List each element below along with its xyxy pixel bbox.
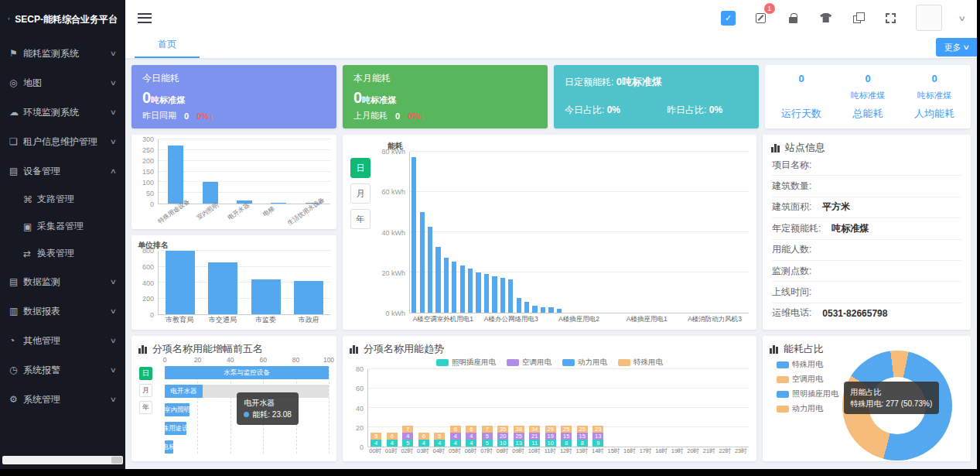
stacked-bar[interactable]: 102035 [497,426,508,447]
sidebar-item-system-alarm[interactable]: ◷系统报警∨ [0,355,125,385]
bar-segment[interactable]: 15 [561,433,572,440]
hamburger-menu-icon[interactable] [138,13,152,23]
stacked-bar[interactable]: 81525 [561,426,572,447]
chevron-down-icon[interactable] [958,14,966,22]
theme-icon[interactable] [818,10,834,26]
sidebar-item-device-management[interactable]: ▤设备管理∧ [0,156,125,186]
bar[interactable]: 室内照明 [165,403,190,416]
bar-segment[interactable]: 4 [466,440,476,447]
bar-segment[interactable]: 25 [561,426,572,433]
bar-segment[interactable]: 13 [514,440,524,447]
legend-item[interactable]: 照明插座用电 [777,389,838,399]
copy-pages-icon[interactable] [851,10,866,26]
bar-segment[interactable]: 38 [514,426,524,433]
bar[interactable]: 水泵与监控设备 [165,366,329,379]
bar[interactable]: 电梯 [165,440,173,454]
stacked-bar[interactable]: 45 [370,433,381,447]
bar[interactable] [517,298,521,313]
period-day-button[interactable]: 日 [139,367,152,380]
stacked-bar[interactable]: 132538 [514,426,524,447]
bar-segment[interactable]: 19 [545,433,556,440]
bar[interactable] [541,307,545,313]
legend-item[interactable]: 空调用电 [507,358,551,368]
bar-segment[interactable]: 8 [577,440,588,447]
bar-segment[interactable]: 34 [529,426,540,433]
bar[interactable] [411,157,416,313]
bar[interactable] [435,247,440,313]
bar-segment[interactable]: 29 [545,426,556,433]
bar[interactable] [548,307,553,313]
bar-segment[interactable]: 23 [592,426,603,433]
legend-item[interactable]: 特殊用电 [618,358,663,368]
sidebar-item-meter-swap[interactable]: ⇄换表管理 [0,240,125,267]
legend-item[interactable]: 动力用电 [777,403,838,414]
bar[interactable] [557,309,562,313]
notes-icon[interactable]: 1 [753,10,769,26]
sidebar-item-data-monitor[interactable]: ▤数据监测∨ [0,267,125,296]
legend-item[interactable]: 照明插座用电 [436,358,496,368]
bar[interactable] [476,272,480,313]
sidebar-item-collector-management[interactable]: ▣采集器管理 [0,213,125,240]
stacked-bar[interactable]: 46 [418,433,429,447]
sidebar-item-data-report[interactable]: ▥数据报表∨ [0,296,125,326]
bar[interactable] [294,281,323,314]
bar-segment[interactable]: 11 [529,440,540,447]
period-day-button[interactable]: 日 [350,158,370,178]
period-month-button[interactable]: 月 [350,183,370,204]
bar[interactable] [208,262,237,314]
bar-segment[interactable]: 4 [466,433,476,440]
bar[interactable] [420,212,425,313]
bar-segment[interactable]: 9 [592,440,603,447]
sidebar-item-tenant-info[interactable]: ❏租户信息维护管理∨ [0,127,125,156]
sidebar-scrollbar[interactable] [2,456,123,464]
tab-home[interactable]: 首页 [135,38,200,58]
bar-segment[interactable]: 8 [561,440,572,447]
bar[interactable] [452,262,456,313]
bar[interactable] [500,278,505,313]
bar[interactable] [166,251,195,314]
bar-segment[interactable]: 4 [402,433,413,440]
legend-item[interactable]: 动力用电 [562,358,607,368]
sidebar-item-map[interactable]: ◎地图∨ [0,68,125,98]
bar-segment[interactable]: 4 [434,440,445,447]
bar-segment[interactable]: 13 [592,433,603,440]
user-avatar[interactable] [916,5,942,31]
collapse-panel-icon[interactable] [721,10,736,26]
stacked-bar[interactable]: 557 [482,426,493,447]
bar[interactable] [524,302,529,313]
bar-segment[interactable]: 7 [402,426,413,433]
period-month-button[interactable]: 月 [139,384,152,397]
bar-segment[interactable]: 10 [545,440,556,447]
bar[interactable] [168,146,183,204]
stacked-bar[interactable]: 101929 [545,426,556,447]
stacked-bar[interactable]: 45 [434,433,445,447]
bar-segment[interactable]: 5 [482,440,493,447]
bar-segment[interactable]: 4 [387,440,398,447]
bar-segment[interactable]: 4 [450,440,461,447]
sidebar-item-system-management[interactable]: ⚙系统管理∨ [0,385,125,414]
bar[interactable] [468,269,473,313]
legend-item[interactable]: 空调用电 [777,374,838,385]
stacked-bar[interactable]: 91323 [592,426,603,447]
legend-item[interactable]: 特殊用电 [777,359,838,370]
sidebar-item-branch-management[interactable]: ⌘支路管理 [0,186,125,213]
stacked-bar[interactable]: 46 [387,433,398,447]
bar-segment[interactable]: 21 [529,433,540,440]
stacked-bar[interactable]: 112134 [529,426,540,447]
bar-segment[interactable]: 5 [482,433,493,440]
fullscreen-icon[interactable] [883,10,899,26]
bar[interactable] [428,227,432,313]
stacked-bar[interactable]: 547 [402,426,413,447]
bar-segment[interactable]: 4 [450,433,461,440]
bar[interactable] [251,279,281,314]
bar-segment[interactable]: 6 [466,426,476,433]
bar-segment[interactable]: 4 [370,440,381,447]
bar[interactable] [508,279,513,313]
stacked-bar[interactable]: 81525 [577,426,588,447]
bar-segment[interactable]: 20 [497,433,508,440]
bar-segment[interactable]: 6 [387,433,398,440]
period-year-button[interactable]: 年 [139,401,152,414]
sidebar-item-other-management[interactable]: ◔其他管理∨ [0,326,125,355]
bar-segment[interactable]: 6 [450,426,461,433]
period-year-button[interactable]: 年 [350,209,370,229]
